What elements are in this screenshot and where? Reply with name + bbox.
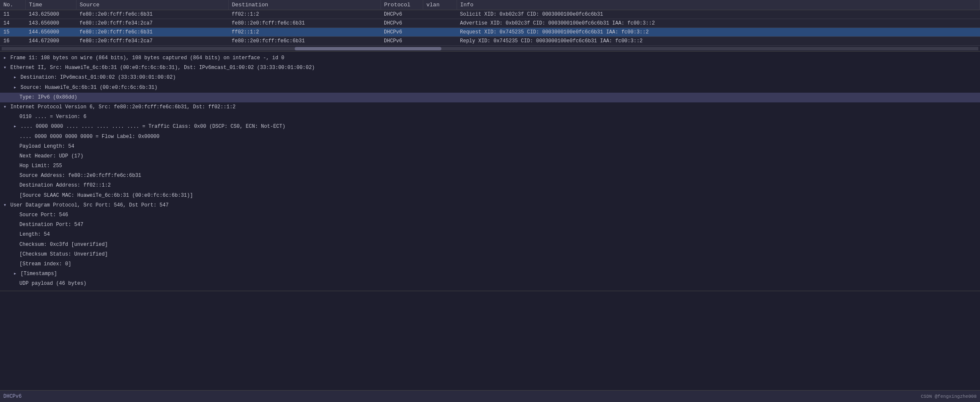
detail-text: Source: HuaweiTe_6c:6b:31 (00:e0:fc:6c:6… [20, 85, 157, 91]
detail-text: [Stream index: 0] [19, 261, 71, 267]
detail-line-ethernet[interactable]: ▾ Ethernet II, Src: HuaweiTe_6c:6b:31 (0… [0, 63, 980, 73]
detail-line-udp-timestamps[interactable]: ▸ [Timestamps] [0, 269, 980, 279]
col-vlan: vlan [423, 0, 457, 10]
expand-arrow: ▸ [14, 271, 19, 277]
detail-text: User Datagram Protocol, Src Port: 546, D… [10, 202, 168, 208]
cell-source: fe80::2e0:fcff:fe6c:6b31 [76, 10, 228, 19]
detail-line-frame[interactable]: ▸ Frame 11: 108 bytes on wire (864 bits)… [0, 53, 980, 63]
cell-source: fe80::2e0:fcff:fe6c:6b31 [76, 28, 228, 37]
cell-vlan [423, 37, 457, 46]
col-time: Time [25, 0, 76, 10]
cell-vlan [423, 28, 457, 37]
detail-text: Destination Port: 547 [19, 222, 83, 228]
scrollbar-track[interactable] [2, 47, 978, 50]
detail-text: 0110 .... = Version: 6 [19, 114, 86, 120]
cell-protocol: DHCPv6 [381, 28, 423, 37]
status-bar: DHCPv6 CSDN @fengxingzhe008 [0, 390, 980, 402]
detail-text: Destination Address: ff02::1:2 [19, 182, 111, 188]
detail-line-udp-checksum-status: [Checksum Status: Unverified] [0, 250, 980, 259]
detail-line-eth-type: Type: IPv6 (0x86dd) [0, 93, 980, 102]
cell-destination: fe80::2e0:fcff:fe6c:6b31 [228, 19, 381, 28]
cell-protocol: DHCPv6 [381, 10, 423, 19]
cell-no: 16 [0, 37, 25, 46]
expand-arrow: ▸ [14, 124, 19, 129]
detail-text: [Timestamps] [20, 271, 57, 277]
detail-line-udp-sport: Source Port: 546 [0, 210, 980, 220]
detail-text: Ethernet II, Src: HuaweiTe_6c:6b:31 (00:… [10, 65, 315, 71]
detail-text: Internet Protocol Version 6, Src: fe80::… [10, 104, 235, 110]
detail-line-udp-checksum: Checksum: 0xc3fd [unverified] [0, 240, 980, 250]
detail-line-eth-dst[interactable]: ▸ Destination: IPv6mcast_01:00:02 (33:33… [0, 73, 980, 83]
table-row[interactable]: 15 144.656000 fe80::2e0:fcff:fe6c:6b31 f… [0, 28, 980, 37]
col-no: No. [0, 0, 25, 10]
expand-arrow: ▾ [3, 65, 9, 71]
packet-detail-panel: ▸ Frame 11: 108 bytes on wire (864 bits)… [0, 52, 980, 291]
detail-line-udp-dport: Destination Port: 547 [0, 220, 980, 230]
cell-info: Advertise XID: 0xb02c3f CID: 0003000100e… [457, 19, 980, 28]
horizontal-scrollbar[interactable] [0, 46, 980, 52]
detail-text: .... 0000 0000 0000 0000 = Flow Label: 0… [19, 134, 159, 140]
col-source: Source [76, 0, 228, 10]
detail-text: Payload Length: 54 [19, 143, 74, 149]
cell-time: 144.672000 [25, 37, 76, 46]
detail-text: [Source SLAAC MAC: HuaweiTe_6c:6b:31 (00… [19, 193, 193, 198]
detail-line-ipv6[interactable]: ▾ Internet Protocol Version 6, Src: fe80… [0, 102, 980, 112]
cell-no: 15 [0, 28, 25, 37]
cell-time: 143.625000 [25, 10, 76, 19]
status-attribution: CSDN @fengxingzhe008 [921, 394, 977, 399]
cell-time: 143.656000 [25, 19, 76, 28]
status-protocol: DHCPv6 [3, 394, 22, 399]
cell-vlan [423, 10, 457, 19]
detail-line-udp-payload: UDP payload (46 bytes) [0, 279, 980, 289]
cell-destination: ff02::1:2 [228, 10, 381, 19]
detail-line-ipv6-slaac: [Source SLAAC MAC: HuaweiTe_6c:6b:31 (00… [0, 191, 980, 201]
cell-protocol: DHCPv6 [381, 37, 423, 46]
table-row[interactable]: 14 143.656000 fe80::2e0:fcff:fe34:2ca7 f… [0, 19, 980, 28]
cell-info: Solicit XID: 0xb02c3f CID: 0003000100e0f… [457, 10, 980, 19]
col-destination: Destination [228, 0, 381, 10]
table-row[interactable]: 16 144.672000 fe80::2e0:fcff:fe34:2ca7 f… [0, 37, 980, 46]
detail-text: Checksum: 0xc3fd [unverified] [19, 242, 108, 248]
detail-text: Frame 11: 108 bytes on wire (864 bits), … [10, 55, 284, 61]
cell-destination: fe80::2e0:fcff:fe6c:6b31 [228, 37, 381, 46]
detail-line-ipv6-next: Next Header: UDP (17) [0, 151, 980, 161]
detail-text: Source Address: fe80::2e0:fcff:fe6c:6b31 [19, 173, 141, 179]
expand-arrow: ▾ [3, 202, 9, 208]
table-header-row: No. Time Source Destination Protocol vla… [0, 0, 980, 10]
detail-line-ipv6-flow: .... 0000 0000 0000 0000 = Flow Label: 0… [0, 132, 980, 142]
cell-protocol: DHCPv6 [381, 19, 423, 28]
expand-arrow: ▸ [14, 74, 19, 80]
detail-text: [Checksum Status: Unverified] [19, 251, 108, 257]
detail-text: Source Port: 546 [19, 212, 68, 218]
cell-vlan [423, 19, 457, 28]
expand-arrow: ▾ [3, 104, 9, 110]
detail-text: Type: IPv6 (0x86dd) [19, 94, 77, 100]
detail-line-ipv6-dst: Destination Address: ff02::1:2 [0, 181, 980, 190]
detail-line-ipv6-src: Source Address: fe80::2e0:fcff:fe6c:6b31 [0, 171, 980, 181]
detail-line-ipv6-hop: Hop Limit: 255 [0, 161, 980, 171]
detail-line-eth-src[interactable]: ▸ Source: HuaweiTe_6c:6b:31 (00:e0:fc:6c… [0, 83, 980, 93]
cell-source: fe80::2e0:fcff:fe34:2ca7 [76, 19, 228, 28]
cell-destination: ff02::1:2 [228, 28, 381, 37]
cell-no: 11 [0, 10, 25, 19]
cell-no: 14 [0, 19, 25, 28]
detail-line-ipv6-traffic[interactable]: ▸ .... 0000 0000 .... .... .... .... ...… [0, 122, 980, 132]
detail-text: Destination: IPv6mcast_01:00:02 (33:33:0… [20, 74, 175, 80]
detail-text: Hop Limit: 255 [19, 163, 62, 169]
packet-table[interactable]: No. Time Source Destination Protocol vla… [0, 0, 980, 46]
cell-info: Reply XID: 0x745235 CID: 0003000100e0fc6… [457, 37, 980, 46]
detail-line-udp[interactable]: ▾ User Datagram Protocol, Src Port: 546,… [0, 201, 980, 210]
detail-line-ipv6-version: 0110 .... = Version: 6 [0, 112, 980, 122]
col-protocol: Protocol [381, 0, 423, 10]
table-row[interactable]: 11 143.625000 fe80::2e0:fcff:fe6c:6b31 f… [0, 10, 980, 19]
cell-info: Request XID: 0x745235 CID: 0003000100e0f… [457, 28, 980, 37]
detail-text: .... 0000 0000 .... .... .... .... .... … [20, 124, 285, 129]
detail-text: Next Header: UDP (17) [19, 153, 83, 159]
cell-source: fe80::2e0:fcff:fe34:2ca7 [76, 37, 228, 46]
cell-time: 144.656000 [25, 28, 76, 37]
scrollbar-thumb[interactable] [295, 47, 441, 50]
detail-text: Length: 54 [19, 231, 50, 237]
expand-arrow: ▸ [3, 55, 9, 61]
expand-arrow: ▸ [14, 85, 19, 91]
detail-text: UDP payload (46 bytes) [19, 281, 86, 286]
